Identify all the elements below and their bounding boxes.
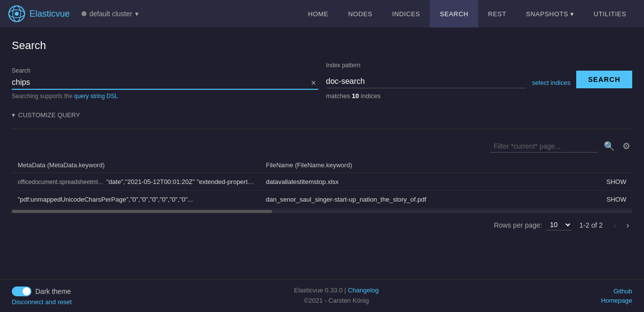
dark-theme-toggle[interactable]: Dark theme — [12, 286, 72, 296]
footer-right: Github Homepage — [601, 287, 632, 304]
customize-query-label: CUSTOMIZE QUERY — [18, 111, 80, 119]
nav-search[interactable]: SEARCH — [430, 0, 478, 27]
search-icon[interactable]: 🔍 — [602, 139, 616, 154]
index-pattern-group: Index pattern select indices SEARCH matc… — [326, 62, 633, 100]
index-pattern-label: Index pattern — [326, 62, 633, 69]
search-input-wrapper: × — [12, 76, 318, 90]
cell-filename-1: datavallatestitemstop.xlsx — [260, 173, 539, 191]
search-button[interactable]: SEARCH — [576, 71, 632, 88]
customize-query-toggle[interactable]: ▾ CUSTOMIZE QUERY — [12, 111, 80, 119]
results-table: MetaData (MetaData.keyword) FileName (Fi… — [12, 157, 632, 208]
index-pattern-input[interactable] — [326, 75, 527, 88]
dark-theme-switch[interactable] — [12, 286, 31, 296]
toggle-knob — [23, 287, 30, 295]
table-row: officedocument.spreadsheetml... "date","… — [12, 173, 632, 191]
results-toolbar: 🔍 ⚙ — [12, 135, 632, 157]
cell-metadata-1: officedocument.spreadsheetml... "date","… — [12, 173, 260, 191]
cell-filename-2: dan_senor_saul_singer-start-up_nation_th… — [260, 191, 539, 208]
page-range: 1-2 of 2 — [580, 221, 603, 229]
settings-icon[interactable]: ⚙ — [620, 139, 632, 154]
search-form: Search × Searching supports the query st… — [12, 62, 632, 100]
cell-metadata-2: "pdf:unmappedUnicodeCharsPerPage","0","0… — [12, 191, 260, 208]
search-field-group: Search × Searching supports the query st… — [12, 67, 318, 100]
rows-per-page-select[interactable]: 10 25 50 100 — [546, 219, 572, 231]
filter-input[interactable] — [490, 140, 598, 153]
svg-point-3 — [15, 12, 19, 16]
navbar: Elasticvue default cluster ▾ HOME NODES … — [0, 0, 644, 27]
query-string-dsl-link[interactable]: query string DSL — [74, 93, 118, 100]
nav-home[interactable]: HOME — [298, 0, 338, 27]
search-input[interactable] — [12, 76, 318, 90]
select-indices-link[interactable]: select indices — [532, 79, 570, 88]
search-label: Search — [12, 67, 318, 74]
cluster-dropdown-icon: ▾ — [135, 10, 139, 18]
cluster-name: default cluster — [89, 10, 132, 18]
table-header-row: MetaData (MetaData.keyword) FileName (Fi… — [12, 157, 632, 173]
logo[interactable]: Elasticvue — [8, 5, 70, 23]
homepage-link[interactable]: Homepage — [601, 297, 632, 304]
divider — [12, 129, 632, 129]
pagination-bar: Rows per page: 10 25 50 100 1-2 of 2 ‹ › — [12, 213, 632, 236]
footer-center: Elasticvue 0.33.0 | Changelog ©2021 - Ca… — [72, 286, 601, 306]
snapshots-dropdown-icon: ▾ — [570, 10, 574, 18]
nav-nodes[interactable]: NODES — [338, 0, 382, 27]
logo-icon — [8, 5, 26, 23]
show-button-1[interactable]: SHOW — [539, 173, 632, 191]
horizontal-scrollbar[interactable] — [12, 209, 632, 213]
rows-per-page-label: Rows per page: — [494, 221, 542, 229]
matches-text: matches 10 indices — [326, 92, 633, 100]
table-row: "pdf:unmappedUnicodeCharsPerPage","0","0… — [12, 191, 632, 208]
changelog-link[interactable]: Changelog — [348, 286, 379, 294]
footer-left: Dark theme Disconnect and reset — [12, 286, 72, 306]
matches-count: 10 — [352, 92, 359, 100]
chevron-down-icon: ▾ — [12, 111, 15, 119]
col-header-metadata: MetaData (MetaData.keyword) — [12, 157, 260, 173]
cluster-status-dot — [82, 11, 86, 16]
col-header-filename: FileName (FileName.keyword) — [260, 157, 539, 173]
scroll-thumb — [12, 210, 272, 213]
index-pattern-row: select indices SEARCH — [326, 71, 633, 88]
index-input-wrapper — [326, 75, 527, 88]
nav-links: HOME NODES INDICES SEARCH REST SNAPSHOTS… — [298, 0, 636, 27]
cluster-selector[interactable]: default cluster ▾ — [82, 10, 139, 18]
col-header-actions — [539, 157, 632, 173]
logo-text: Elasticvue — [29, 9, 70, 19]
search-hint: Searching supports the query string DSL — [12, 93, 318, 100]
github-link[interactable]: Github — [614, 287, 632, 295]
nav-rest[interactable]: REST — [478, 0, 516, 27]
main-content: Search Search × Searching supports the q… — [0, 27, 644, 279]
footer: Dark theme Disconnect and reset Elasticv… — [0, 279, 644, 312]
disconnect-reset-link[interactable]: Disconnect and reset — [12, 298, 72, 306]
next-page-button[interactable]: › — [623, 220, 632, 231]
show-button-2[interactable]: SHOW — [539, 191, 632, 208]
footer-version: Elasticvue 0.33.0 | Changelog — [72, 286, 601, 296]
nav-utilities[interactable]: UTILITIES — [584, 0, 636, 27]
page-title: Search — [12, 39, 632, 52]
clear-search-button[interactable]: × — [309, 78, 318, 87]
footer-copyright: ©2021 - Carsten König — [72, 296, 601, 306]
prev-page-button[interactable]: ‹ — [611, 220, 619, 231]
nav-snapshots[interactable]: SNAPSHOTS ▾ — [516, 0, 584, 27]
dark-theme-label: Dark theme — [35, 287, 71, 295]
nav-indices[interactable]: INDICES — [382, 0, 430, 27]
